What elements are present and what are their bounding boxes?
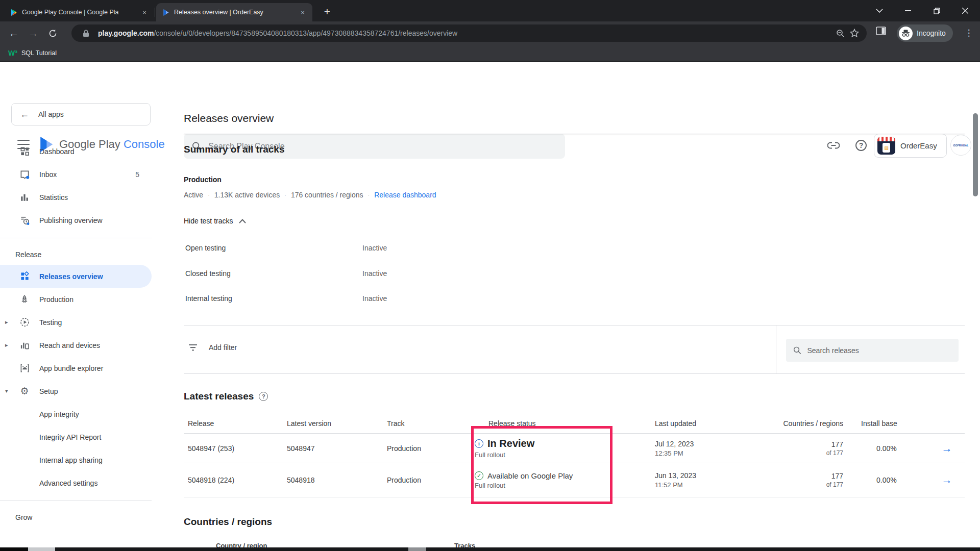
test-track-row: Open testing Inactive <box>185 244 553 252</box>
url-domain: play.google.com <box>98 29 154 37</box>
page-title: Releases overview <box>184 112 274 124</box>
search-releases[interactable] <box>786 339 959 362</box>
sidebar-item-app-integrity[interactable]: App integrity <box>0 403 152 425</box>
col-countries: Countries / regions <box>781 419 843 428</box>
inbox-icon <box>19 169 30 179</box>
reload-button[interactable] <box>45 26 60 41</box>
sidebar-item-internal-app-sharing[interactable]: Internal app sharing <box>0 448 152 471</box>
side-panel-icon[interactable] <box>876 27 886 35</box>
sidebar-item-app-bundle-explorer[interactable]: App bundle explorer <box>0 357 152 380</box>
chevron-up-icon <box>239 219 246 223</box>
col-release: Release <box>184 419 283 428</box>
sidebar-item-label: App bundle explorer <box>39 364 103 372</box>
bookmark-sql-tutorial[interactable]: W³ SQL Tutorial <box>8 49 57 57</box>
last-updated-cell: Jun 13, 2023 11:52 PM <box>653 471 781 489</box>
menu-kebab-icon[interactable]: ⋮ <box>962 26 976 40</box>
sidebar-item-statistics[interactable]: Statistics <box>0 186 152 209</box>
install-base-cell: 0.00% <box>843 476 929 484</box>
production-track-name: Production <box>184 176 222 184</box>
new-tab-button[interactable]: + <box>320 4 335 19</box>
expand-caret-icon[interactable]: ▸ <box>5 319 8 325</box>
track-name: Open testing <box>185 244 362 252</box>
sidebar-item-inbox[interactable]: Inbox 5 <box>0 163 152 186</box>
sidebar-item-label: Integrity API Report <box>39 433 101 441</box>
publishing-overview-icon <box>19 215 30 225</box>
hide-test-tracks-toggle[interactable]: Hide test tracks <box>184 217 246 225</box>
bookmark-bar: W³ SQL Tutorial <box>0 45 980 62</box>
release-name: 5048947 (253) <box>184 444 283 453</box>
all-apps-button[interactable]: ← All apps <box>11 103 151 126</box>
filter-bar: Add filter <box>184 325 965 374</box>
reach-and-devices-icon <box>19 340 30 350</box>
updated-date: Jul 12, 2023 <box>655 440 781 448</box>
sidebar-item-advanced-settings[interactable]: Advanced settings <box>0 471 152 494</box>
zoom-icon[interactable] <box>833 26 847 40</box>
page-scrollbar-thumb[interactable] <box>973 113 978 196</box>
tab-close-icon[interactable]: × <box>298 8 307 17</box>
track-status: Inactive <box>362 294 387 303</box>
tab-search-chevron-icon[interactable] <box>868 0 891 21</box>
production-status-line: Active · 1.13K active devices · 176 coun… <box>184 191 436 199</box>
help-icon[interactable]: ? <box>259 392 268 401</box>
sidebar-item-reach-and-devices[interactable]: ▸ Reach and devices <box>0 334 152 357</box>
bookmark-star-icon[interactable] <box>847 26 862 40</box>
sidebar-item-integrity-api-report[interactable]: Integrity API Report <box>0 425 152 448</box>
summary-heading: Summary of all tracks <box>184 144 284 155</box>
sidebar-item-releases-overview[interactable]: Releases overview <box>0 265 152 288</box>
track-name: Internal testing <box>185 294 362 303</box>
col-last-updated: Last updated <box>653 419 781 428</box>
search-icon <box>793 346 801 355</box>
back-arrow-icon: ← <box>20 109 29 120</box>
setup-gear-icon: ⚙ <box>19 385 30 397</box>
tab-releases-overview[interactable]: Releases overview | OrderEasy × <box>156 3 312 21</box>
sidebar-item-production[interactable]: Production <box>0 288 152 311</box>
tab-google-play-console[interactable]: Google Play Console | Google Pla × <box>4 3 154 21</box>
window-close-button[interactable] <box>953 0 977 21</box>
sidebar-item-publishing-overview[interactable]: Publishing overview <box>0 209 152 232</box>
dashboard-icon <box>19 146 30 156</box>
sidebar-item-label: Publishing overview <box>39 216 103 224</box>
search-releases-input[interactable] <box>807 346 952 355</box>
filter-icon <box>189 344 198 351</box>
window-restore-button[interactable] <box>925 0 948 21</box>
add-filter-button[interactable]: Add filter <box>189 343 237 352</box>
expand-caret-icon[interactable]: ▸ <box>5 342 8 348</box>
col-latest-version: Latest version <box>283 419 383 428</box>
countries-cell: 177 of 177 <box>781 440 843 457</box>
countries-cell: 177 of 177 <box>781 472 843 488</box>
latest-version: 5048947 <box>283 444 383 453</box>
sidebar-item-label: Inbox <box>39 170 57 179</box>
window-minimize-button[interactable] <box>896 0 920 21</box>
address-bar[interactable]: play.google.com/console/u/0/developers/8… <box>71 24 867 42</box>
open-release-arrow[interactable]: → <box>942 474 952 486</box>
release-dashboard-link[interactable]: Release dashboard <box>374 191 436 199</box>
tab-close-icon[interactable]: × <box>140 8 149 17</box>
sidebar-item-setup[interactable]: ▾ ⚙ Setup <box>0 380 152 403</box>
statistics-icon <box>19 193 30 202</box>
collapse-caret-icon[interactable]: ▾ <box>5 388 8 394</box>
sidebar-item-label: Statistics <box>39 193 68 202</box>
sidebar-item-testing[interactable]: ▸ Testing <box>0 311 152 334</box>
test-track-row: Closed testing Inactive <box>185 269 553 278</box>
bookmark-label: SQL Tutorial <box>21 49 57 57</box>
section-grow: Grow <box>0 507 152 528</box>
latest-releases-title: Latest releases <box>184 391 254 402</box>
inbox-count-badge: 5 <box>135 170 139 179</box>
sidebar-item-dashboard[interactable]: Dashboard <box>0 140 152 163</box>
sidebar-item-label: Production <box>39 295 74 304</box>
releases-overview-icon <box>19 271 30 281</box>
url-path: /console/u/0/developers/8473589504080180… <box>154 29 457 37</box>
tab-title: Releases overview | OrderEasy <box>174 9 294 16</box>
open-release-arrow[interactable]: → <box>942 442 952 454</box>
app-bundle-explorer-icon <box>19 363 30 373</box>
sidebar-item-label: App integrity <box>39 410 79 418</box>
hide-test-tracks-label: Hide test tracks <box>184 217 233 225</box>
sidebar-item-label: Setup <box>39 387 58 395</box>
url-text: play.google.com/console/u/0/developers/8… <box>98 29 833 37</box>
sidebar-item-label: Reach and devices <box>39 341 100 349</box>
back-button[interactable]: ← <box>6 26 21 41</box>
pink-highlight-annotation <box>471 426 612 504</box>
track-status: Inactive <box>362 269 387 278</box>
forward-button[interactable]: → <box>26 26 41 41</box>
all-apps-label: All apps <box>38 110 64 118</box>
